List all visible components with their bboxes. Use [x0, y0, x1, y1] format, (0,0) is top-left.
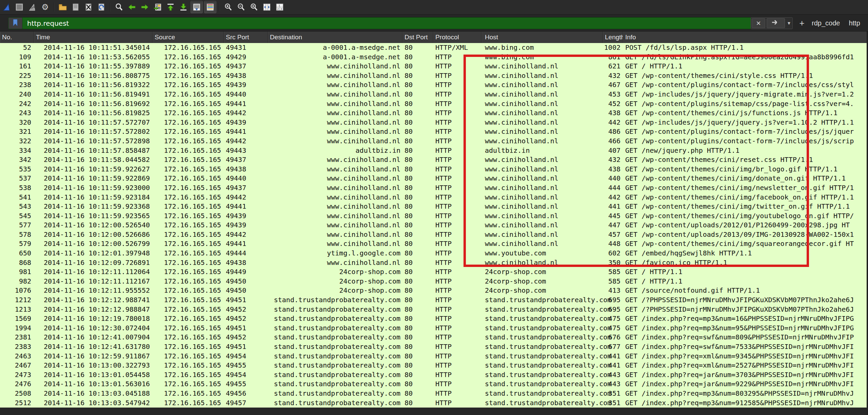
- packet-row[interactable]: 2382014-11-16 10:11:56.819322172.16.165.…: [0, 80, 868, 90]
- packet-row[interactable]: 5372014-11-16 10:11:59.922869172.16.165.…: [0, 174, 868, 183]
- column-header-protocol[interactable]: Protocol: [433, 32, 481, 43]
- cell-no: 577: [0, 221, 34, 230]
- cell-info: GET /favicon.ico HTTP/1.1: [623, 258, 868, 268]
- cell-host: www.ciniholland.nl: [481, 80, 603, 90]
- cell-host: stand.trustandprobaterealty.com: [481, 295, 603, 305]
- filter-bookmark-button[interactable]: [8, 18, 22, 29]
- go-back-button[interactable]: [126, 1, 138, 13]
- restart-capture-button[interactable]: [26, 1, 38, 13]
- packet-row[interactable]: 5432014-11-16 10:11:59.923368172.16.165.…: [0, 202, 868, 211]
- packet-row[interactable]: 10762014-11-16 10:12:11.955552172.16.165…: [0, 286, 868, 295]
- column-header-length[interactable]: Length: [603, 32, 623, 43]
- column-header-destination[interactable]: Destination: [268, 32, 402, 43]
- start-capture-button[interactable]: [1, 1, 12, 13]
- packet-row[interactable]: 3212014-11-16 10:11:57.572802172.16.165.…: [0, 127, 868, 137]
- packet-row[interactable]: 5382014-11-16 10:11:59.923000172.16.165.…: [0, 183, 868, 193]
- zoom-normal-button[interactable]: [248, 1, 260, 13]
- packet-row[interactable]: 2252014-11-16 10:11:56.808775172.16.165.…: [0, 71, 868, 81]
- stop-capture-button[interactable]: [14, 1, 25, 13]
- scrollbar-track[interactable]: [867, 32, 868, 415]
- filter-dropdown-button[interactable]: ▼: [786, 19, 792, 28]
- packet-row[interactable]: 6502014-11-16 10:12:01.397948172.16.165.…: [0, 249, 868, 258]
- packet-row[interactable]: 23812014-11-16 10:12:41.007904172.16.165…: [0, 333, 868, 342]
- profile-layout-button[interactable]: 123: [274, 1, 285, 13]
- zoom-out-button[interactable]: [235, 1, 247, 13]
- capture-options-button[interactable]: ⚙: [39, 1, 51, 13]
- packet-row[interactable]: 24632014-11-16 10:12:59.911867172.16.165…: [0, 352, 868, 361]
- packet-row[interactable]: 25122014-11-16 10:13:03.547942172.16.165…: [0, 398, 868, 408]
- cell-time: 2014-11-16 10:11:59.923000: [34, 183, 153, 193]
- packet-row[interactable]: 24672014-11-16 10:13:00.322793172.16.165…: [0, 361, 868, 370]
- packet-row[interactable]: 25082014-11-16 10:13:03.045188172.16.165…: [0, 389, 868, 398]
- column-header-source[interactable]: Source: [153, 32, 224, 43]
- packet-row[interactable]: 24762014-11-16 10:13:01.563016172.16.165…: [0, 379, 868, 389]
- cell-dst_port: 80: [402, 389, 433, 398]
- packet-row[interactable]: 3202014-11-16 10:11:57.572707172.16.165.…: [0, 118, 868, 127]
- save-file-button[interactable]: [70, 1, 81, 13]
- packet-row[interactable]: 9822014-11-16 10:12:11.112167172.16.165.…: [0, 277, 868, 286]
- go-to-top-button[interactable]: [165, 1, 176, 13]
- display-filter-input[interactable]: [22, 18, 751, 29]
- packet-row[interactable]: 3342014-11-16 10:11:57.858487172.16.165.…: [0, 146, 868, 155]
- packet-row[interactable]: 2422014-11-16 10:11:56.819692172.16.165.…: [0, 99, 868, 109]
- packet-row[interactable]: 2402014-11-16 10:11:56.819491172.16.165.…: [0, 90, 868, 99]
- clear-filter-button[interactable]: ✕: [752, 18, 765, 28]
- filter-shortcut-http[interactable]: http: [849, 19, 860, 27]
- go-forward-button[interactable]: [139, 1, 151, 13]
- packet-row[interactable]: 1092014-11-16 10:11:53.562055172.16.165.…: [0, 53, 868, 62]
- go-to-bottom-button[interactable]: [178, 1, 189, 13]
- packet-row[interactable]: 12122014-11-16 10:12:12.988741172.16.165…: [0, 295, 868, 305]
- colorize-button[interactable]: [204, 1, 216, 13]
- cell-length: 447: [603, 221, 623, 230]
- packet-row[interactable]: 5782014-11-16 10:12:00.526686172.16.165.…: [0, 230, 868, 240]
- resize-columns-button[interactable]: [261, 1, 273, 13]
- column-header-time[interactable]: Time: [34, 32, 153, 43]
- zoom-in-button[interactable]: [222, 1, 234, 13]
- packet-row[interactable]: 5412014-11-16 10:11:59.923184172.16.165.…: [0, 193, 868, 202]
- reload-file-button[interactable]: [96, 1, 107, 13]
- packet-row[interactable]: 23832014-11-16 10:12:41.631780172.16.165…: [0, 342, 868, 352]
- cell-protocol: HTTP: [433, 305, 481, 314]
- find-packet-button[interactable]: [113, 1, 125, 13]
- cell-dst_port: 80: [402, 127, 433, 137]
- filter-shortcut-rdp_code[interactable]: rdp_code: [812, 19, 840, 27]
- packet-row[interactable]: 8682014-11-16 10:12:09.726891172.16.165.…: [0, 258, 868, 268]
- packet-row[interactable]: 1612014-11-16 10:11:55.397889172.16.165.…: [0, 62, 868, 71]
- cell-dst_port: 80: [402, 314, 433, 324]
- column-header-src_port[interactable]: Src Port: [224, 32, 268, 43]
- svg-text:1: 1: [279, 4, 280, 7]
- packet-row[interactable]: 19942014-11-16 10:12:30.072404172.16.165…: [0, 324, 868, 333]
- column-header-no[interactable]: No.: [0, 32, 34, 43]
- packet-row[interactable]: 3422014-11-16 10:11:58.044582172.16.165.…: [0, 155, 868, 165]
- cell-source: 172.16.165.165: [153, 53, 224, 62]
- cell-length: 676: [603, 333, 623, 342]
- packet-row[interactable]: 24732014-11-16 10:13:01.054458172.16.165…: [0, 370, 868, 380]
- apply-filter-button[interactable]: [767, 18, 785, 28]
- cell-source: 172.16.165.165: [153, 239, 224, 249]
- search-icon: [115, 3, 123, 12]
- column-header-host[interactable]: Host: [481, 32, 603, 43]
- cell-source: 172.16.165.165: [153, 314, 224, 324]
- cell-destination: www.ciniholland.nl: [268, 137, 402, 146]
- close-file-button[interactable]: [83, 1, 94, 13]
- packet-row[interactable]: 5792014-11-16 10:12:00.526799172.16.165.…: [0, 239, 868, 249]
- cell-info: GET /index.php?req=xml&num=2527&PHPSSESI…: [623, 361, 868, 370]
- cell-host: www.ciniholland.nl: [481, 118, 603, 127]
- open-file-button[interactable]: [57, 1, 68, 13]
- packet-row[interactable]: 5452014-11-16 10:11:59.923565172.16.165.…: [0, 211, 868, 221]
- packet-row[interactable]: 5352014-11-16 10:11:59.922627172.16.165.…: [0, 165, 868, 174]
- packet-row[interactable]: 15692014-11-16 10:12:19.780018172.16.165…: [0, 314, 868, 324]
- cell-dst_port: 80: [402, 286, 433, 295]
- packet-row[interactable]: 2432014-11-16 10:11:56.819825172.16.165.…: [0, 108, 868, 118]
- auto-scroll-button[interactable]: [191, 1, 203, 13]
- packet-row[interactable]: 522014-11-16 10:11:51.345014172.16.165.1…: [0, 43, 868, 53]
- packet-row[interactable]: 5772014-11-16 10:12:00.526540172.16.165.…: [0, 221, 868, 230]
- packet-row[interactable]: 3222014-11-16 10:11:57.572898172.16.165.…: [0, 137, 868, 146]
- go-to-packet-button[interactable]: [152, 1, 163, 13]
- packet-row[interactable]: 12132014-11-16 10:12:12.988847172.16.165…: [0, 305, 868, 314]
- cell-source: 172.16.165.165: [153, 258, 224, 268]
- add-filter-button[interactable]: +: [797, 18, 807, 28]
- packet-row[interactable]: 9812014-11-16 10:12:11.112064172.16.165.…: [0, 267, 868, 277]
- column-header-dst_port[interactable]: Dst Port: [402, 32, 433, 43]
- column-header-info[interactable]: Info: [623, 32, 868, 43]
